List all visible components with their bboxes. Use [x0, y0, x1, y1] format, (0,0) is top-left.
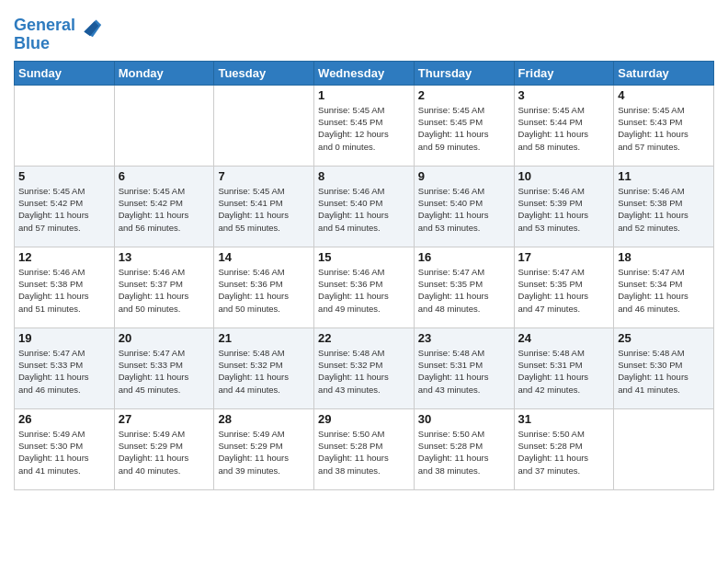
- day-number: 12: [18, 250, 110, 264]
- day-info: Sunrise: 5:49 AM Sunset: 5:30 PM Dayligh…: [18, 428, 110, 477]
- calendar-cell: 8Sunrise: 5:46 AM Sunset: 5:40 PM Daylig…: [314, 166, 415, 247]
- day-info: Sunrise: 5:47 AM Sunset: 5:33 PM Dayligh…: [18, 347, 110, 396]
- day-number: 25: [618, 331, 710, 345]
- weekday-header-tuesday: Tuesday: [214, 61, 314, 85]
- day-number: 4: [618, 88, 710, 102]
- day-number: 17: [518, 250, 610, 264]
- day-number: 22: [318, 331, 410, 345]
- day-info: Sunrise: 5:45 AM Sunset: 5:45 PM Dayligh…: [418, 104, 510, 153]
- week-row-3: 12Sunrise: 5:46 AM Sunset: 5:38 PM Dayli…: [15, 247, 714, 327]
- weekday-header-sunday: Sunday: [15, 61, 115, 85]
- calendar-cell: 9Sunrise: 5:46 AM Sunset: 5:40 PM Daylig…: [414, 166, 514, 247]
- calendar-cell: 22Sunrise: 5:48 AM Sunset: 5:32 PM Dayli…: [314, 327, 415, 408]
- day-info: Sunrise: 5:45 AM Sunset: 5:42 PM Dayligh…: [119, 185, 210, 234]
- logo-text2: Blue: [14, 35, 50, 53]
- day-number: 23: [418, 331, 510, 345]
- calendar-cell: [214, 85, 314, 166]
- calendar-cell: 27Sunrise: 5:49 AM Sunset: 5:29 PM Dayli…: [114, 408, 214, 489]
- day-number: 31: [518, 412, 610, 426]
- weekday-header-monday: Monday: [114, 61, 214, 85]
- logo: General Blue: [14, 13, 103, 53]
- day-info: Sunrise: 5:46 AM Sunset: 5:40 PM Dayligh…: [318, 185, 410, 234]
- day-info: Sunrise: 5:49 AM Sunset: 5:29 PM Dayligh…: [218, 428, 310, 477]
- calendar-cell: 10Sunrise: 5:46 AM Sunset: 5:39 PM Dayli…: [514, 166, 614, 247]
- day-number: 10: [518, 169, 610, 183]
- logo-icon: [77, 13, 103, 39]
- calendar-cell: 29Sunrise: 5:50 AM Sunset: 5:28 PM Dayli…: [314, 408, 415, 489]
- calendar-cell: 2Sunrise: 5:45 AM Sunset: 5:45 PM Daylig…: [414, 85, 514, 166]
- day-number: 13: [119, 250, 210, 264]
- day-info: Sunrise: 5:50 AM Sunset: 5:28 PM Dayligh…: [418, 428, 510, 477]
- day-info: Sunrise: 5:46 AM Sunset: 5:36 PM Dayligh…: [218, 266, 310, 315]
- calendar-cell: 14Sunrise: 5:46 AM Sunset: 5:36 PM Dayli…: [214, 247, 314, 327]
- day-number: 29: [318, 412, 410, 426]
- calendar-cell: 16Sunrise: 5:47 AM Sunset: 5:35 PM Dayli…: [414, 247, 514, 327]
- day-info: Sunrise: 5:45 AM Sunset: 5:42 PM Dayligh…: [18, 185, 110, 234]
- day-info: Sunrise: 5:45 AM Sunset: 5:45 PM Dayligh…: [318, 104, 410, 153]
- calendar-cell: 26Sunrise: 5:49 AM Sunset: 5:30 PM Dayli…: [15, 408, 115, 489]
- day-number: 7: [218, 169, 310, 183]
- day-info: Sunrise: 5:46 AM Sunset: 5:39 PM Dayligh…: [518, 185, 610, 234]
- calendar-cell: 25Sunrise: 5:48 AM Sunset: 5:30 PM Dayli…: [614, 327, 714, 408]
- logo-text: General: [14, 17, 75, 35]
- day-info: Sunrise: 5:46 AM Sunset: 5:38 PM Dayligh…: [18, 266, 110, 315]
- day-info: Sunrise: 5:46 AM Sunset: 5:36 PM Dayligh…: [318, 266, 410, 315]
- day-number: 20: [119, 331, 210, 345]
- calendar-cell: [614, 408, 714, 489]
- day-info: Sunrise: 5:47 AM Sunset: 5:34 PM Dayligh…: [618, 266, 710, 315]
- calendar-cell: 3Sunrise: 5:45 AM Sunset: 5:44 PM Daylig…: [514, 85, 614, 166]
- day-info: Sunrise: 5:45 AM Sunset: 5:41 PM Dayligh…: [218, 185, 310, 234]
- day-number: 18: [618, 250, 710, 264]
- calendar-cell: 30Sunrise: 5:50 AM Sunset: 5:28 PM Dayli…: [414, 408, 514, 489]
- day-info: Sunrise: 5:49 AM Sunset: 5:29 PM Dayligh…: [119, 428, 210, 477]
- calendar-cell: 31Sunrise: 5:50 AM Sunset: 5:28 PM Dayli…: [514, 408, 614, 489]
- day-number: 2: [418, 88, 510, 102]
- day-number: 9: [418, 169, 510, 183]
- day-number: 28: [218, 412, 310, 426]
- calendar-cell: 4Sunrise: 5:45 AM Sunset: 5:43 PM Daylig…: [614, 85, 714, 166]
- day-info: Sunrise: 5:46 AM Sunset: 5:38 PM Dayligh…: [618, 185, 710, 234]
- day-number: 21: [218, 331, 310, 345]
- calendar-cell: 18Sunrise: 5:47 AM Sunset: 5:34 PM Dayli…: [614, 247, 714, 327]
- week-row-1: 1Sunrise: 5:45 AM Sunset: 5:45 PM Daylig…: [15, 85, 714, 166]
- page: General Blue SundayMondayTuesdayWednesda…: [0, 0, 728, 563]
- day-info: Sunrise: 5:50 AM Sunset: 5:28 PM Dayligh…: [518, 428, 610, 477]
- week-row-2: 5Sunrise: 5:45 AM Sunset: 5:42 PM Daylig…: [15, 166, 714, 247]
- weekday-header-saturday: Saturday: [614, 61, 714, 85]
- calendar-cell: 6Sunrise: 5:45 AM Sunset: 5:42 PM Daylig…: [114, 166, 214, 247]
- day-number: 27: [119, 412, 210, 426]
- day-number: 3: [518, 88, 610, 102]
- calendar-cell: 24Sunrise: 5:48 AM Sunset: 5:31 PM Dayli…: [514, 327, 614, 408]
- calendar-cell: 20Sunrise: 5:47 AM Sunset: 5:33 PM Dayli…: [114, 327, 214, 408]
- day-number: 30: [418, 412, 510, 426]
- calendar-cell: 21Sunrise: 5:48 AM Sunset: 5:32 PM Dayli…: [214, 327, 314, 408]
- weekday-header-friday: Friday: [514, 61, 614, 85]
- calendar-table: SundayMondayTuesdayWednesdayThursdayFrid…: [14, 61, 714, 490]
- day-info: Sunrise: 5:48 AM Sunset: 5:32 PM Dayligh…: [318, 347, 410, 396]
- header: General Blue: [14, 9, 714, 53]
- calendar-cell: 5Sunrise: 5:45 AM Sunset: 5:42 PM Daylig…: [15, 166, 115, 247]
- calendar-cell: 11Sunrise: 5:46 AM Sunset: 5:38 PM Dayli…: [614, 166, 714, 247]
- day-number: 14: [218, 250, 310, 264]
- day-info: Sunrise: 5:47 AM Sunset: 5:33 PM Dayligh…: [119, 347, 210, 396]
- day-number: 19: [18, 331, 110, 345]
- week-row-5: 26Sunrise: 5:49 AM Sunset: 5:30 PM Dayli…: [15, 408, 714, 489]
- calendar-cell: [15, 85, 115, 166]
- day-info: Sunrise: 5:45 AM Sunset: 5:43 PM Dayligh…: [618, 104, 710, 153]
- day-number: 6: [119, 169, 210, 183]
- day-number: 1: [318, 88, 410, 102]
- weekday-header-wednesday: Wednesday: [314, 61, 415, 85]
- day-info: Sunrise: 5:45 AM Sunset: 5:44 PM Dayligh…: [518, 104, 610, 153]
- day-number: 11: [618, 169, 710, 183]
- day-number: 8: [318, 169, 410, 183]
- calendar-cell: [114, 85, 214, 166]
- day-info: Sunrise: 5:46 AM Sunset: 5:40 PM Dayligh…: [418, 185, 510, 234]
- day-number: 24: [518, 331, 610, 345]
- day-number: 15: [318, 250, 410, 264]
- week-row-4: 19Sunrise: 5:47 AM Sunset: 5:33 PM Dayli…: [15, 327, 714, 408]
- day-number: 16: [418, 250, 510, 264]
- day-number: 26: [18, 412, 110, 426]
- day-info: Sunrise: 5:48 AM Sunset: 5:30 PM Dayligh…: [618, 347, 710, 396]
- calendar-cell: 15Sunrise: 5:46 AM Sunset: 5:36 PM Dayli…: [314, 247, 415, 327]
- calendar-cell: 19Sunrise: 5:47 AM Sunset: 5:33 PM Dayli…: [15, 327, 115, 408]
